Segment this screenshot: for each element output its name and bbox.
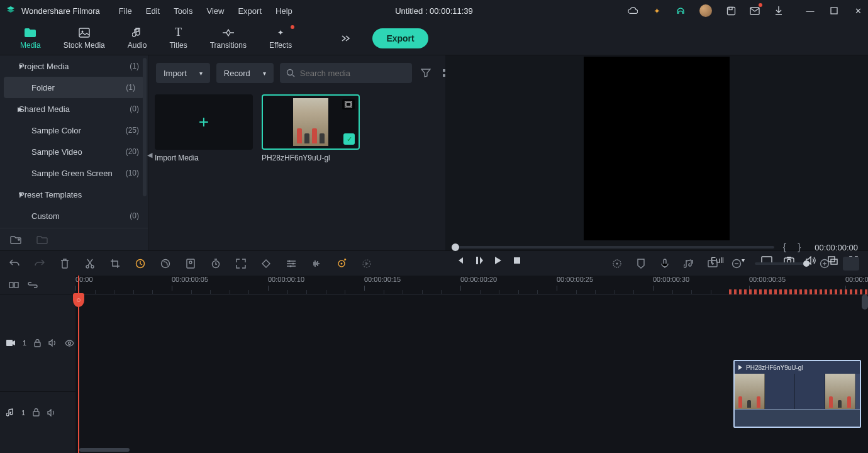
prev-frame-icon[interactable]	[455, 256, 464, 265]
snap-icon[interactable]	[9, 281, 19, 289]
menu-export[interactable]: Export	[238, 6, 262, 16]
keyframe-icon[interactable]	[260, 258, 272, 269]
timeline-clip[interactable]: PH28zHF6nY9uU-gl	[733, 360, 861, 428]
playhead[interactable]	[78, 276, 79, 453]
delete-icon[interactable]	[59, 258, 70, 269]
zoom-slider[interactable]	[755, 262, 806, 265]
audio-wave-icon[interactable]	[311, 258, 322, 269]
tab-audio[interactable]: Audio	[116, 21, 159, 55]
tab-titles[interactable]: TTitles	[158, 21, 198, 55]
tab-stock-media[interactable]: Stock Media	[52, 21, 116, 55]
zoom-fit-button[interactable]	[843, 257, 859, 271]
mark-out-icon[interactable]: }	[795, 242, 803, 253]
scrubber-handle[interactable]	[452, 243, 459, 251]
lock-icon[interactable]	[34, 339, 41, 347]
sidebar-item-shared-media[interactable]: ▶Shared Media(0)	[0, 98, 148, 120]
undo-icon[interactable]	[9, 258, 20, 269]
duration-icon[interactable]	[210, 258, 221, 269]
mute-icon[interactable]	[48, 339, 57, 347]
preview-canvas[interactable]	[584, 57, 730, 240]
sidebar-item-sample-color[interactable]: Sample Color(25)	[0, 120, 148, 141]
video-track-icon	[6, 339, 15, 347]
audio-track-header[interactable]: 1	[0, 391, 75, 433]
sparkle-icon[interactable]: ✦	[652, 6, 662, 16]
redo-icon[interactable]	[34, 258, 45, 269]
export-button[interactable]: Export	[372, 28, 428, 48]
timeline-tracks[interactable]: 00:0000:00:00:0500:00:00:1000:00:00:1500…	[75, 276, 868, 453]
collapse-panel-icon[interactable]: ◀	[147, 151, 152, 159]
eye-icon[interactable]	[65, 340, 74, 347]
cut-icon[interactable]	[84, 258, 96, 269]
play-icon[interactable]	[494, 256, 502, 265]
sidebar-item-preset-templates[interactable]: ▼Preset Templates	[0, 184, 148, 205]
new-folder-icon[interactable]	[10, 235, 21, 244]
download-icon[interactable]	[774, 6, 784, 16]
mute-icon[interactable]	[47, 409, 56, 417]
import-dropdown[interactable]: Import▾	[156, 63, 210, 83]
zoom-out-icon[interactable]	[731, 258, 742, 269]
sidebar-item-custom[interactable]: Custom(0)	[0, 205, 148, 226]
import-media-tile[interactable]: + Import Media	[155, 94, 253, 243]
video-track-header[interactable]: 1	[0, 294, 75, 391]
play-pause-icon[interactable]	[476, 256, 483, 265]
link-icon[interactable]	[28, 282, 38, 288]
add-track-icon[interactable]	[707, 258, 718, 269]
sidebar-item-sample-video[interactable]: Sample Video(20)	[0, 141, 148, 162]
zoom-slider-handle[interactable]	[803, 260, 810, 267]
lock-icon[interactable]	[33, 408, 40, 417]
color-icon[interactable]	[160, 258, 171, 269]
folder-disabled-icon[interactable]	[36, 235, 48, 244]
adjust-icon[interactable]	[286, 258, 297, 269]
stop-icon[interactable]	[513, 257, 521, 264]
chevron-down-icon: ▾	[263, 70, 266, 77]
cloud-icon[interactable]	[628, 6, 638, 16]
sidebar-item-folder[interactable]: Folder(1)	[4, 77, 144, 98]
mail-icon[interactable]	[750, 6, 760, 16]
menu-edit[interactable]: Edit	[146, 6, 160, 16]
document-title: Untitled : 00:00:11:39	[395, 6, 473, 16]
timeline-vscroll[interactable]	[862, 294, 868, 310]
zoom-in-icon[interactable]	[819, 258, 830, 269]
timeline-hscroll-track[interactable]	[75, 448, 868, 453]
media-sidebar: ▼Project Media(1) Folder(1) ▶Shared Medi…	[0, 55, 148, 250]
marker-icon[interactable]	[635, 258, 647, 269]
render-icon[interactable]	[361, 258, 372, 269]
crop-icon[interactable]	[109, 258, 121, 269]
save-icon[interactable]	[726, 6, 736, 16]
timeline-ruler[interactable]: 00:0000:00:00:0500:00:00:1000:00:00:1500…	[75, 276, 868, 294]
minimize-icon[interactable]: —	[805, 6, 815, 16]
speed-icon[interactable]	[135, 258, 146, 269]
headset-icon[interactable]	[676, 6, 686, 16]
timeline-hscroll-thumb[interactable]	[79, 448, 130, 452]
sidebar-item-sample-green-screen[interactable]: Sample Green Screen(10)	[0, 162, 148, 184]
search-input[interactable]	[300, 69, 406, 78]
green-screen-icon[interactable]	[185, 258, 196, 269]
media-search[interactable]	[280, 63, 412, 83]
media-clip-tile[interactable]: ✓ PH28zHF6nY9uU-gl	[262, 94, 360, 243]
ruler-tick: 00:00:00:30	[653, 276, 689, 291]
svg-rect-1	[729, 7, 732, 9]
menu-tools[interactable]: Tools	[174, 6, 192, 16]
motion-tracking-icon[interactable]	[336, 258, 347, 269]
more-tabs-icon[interactable]	[341, 35, 353, 42]
notification-dot-icon	[759, 3, 762, 7]
maximize-icon[interactable]	[829, 6, 839, 16]
preview-scrubber[interactable]	[455, 246, 774, 249]
mic-icon[interactable]	[659, 258, 670, 269]
tab-media[interactable]: Media	[9, 21, 52, 55]
tab-effects[interactable]: ✦Effects	[258, 21, 303, 55]
marker-dotted-icon[interactable]	[611, 258, 623, 269]
record-dropdown[interactable]: Record▾	[216, 63, 274, 83]
filter-icon[interactable]	[418, 69, 433, 77]
close-icon[interactable]: ✕	[853, 6, 863, 16]
expand-icon[interactable]	[235, 258, 247, 269]
mark-in-icon[interactable]: {	[781, 242, 789, 253]
sidebar-scrollbar[interactable]	[143, 58, 147, 196]
sidebar-item-project-media[interactable]: ▼Project Media(1)	[0, 55, 148, 77]
menu-view[interactable]: View	[206, 6, 224, 16]
tab-transitions[interactable]: Transitions	[199, 21, 258, 55]
user-avatar-icon[interactable]	[699, 4, 712, 17]
audio-mixer-icon[interactable]	[683, 258, 694, 269]
menu-file[interactable]: File	[119, 6, 132, 16]
menu-help[interactable]: Help	[275, 6, 292, 16]
